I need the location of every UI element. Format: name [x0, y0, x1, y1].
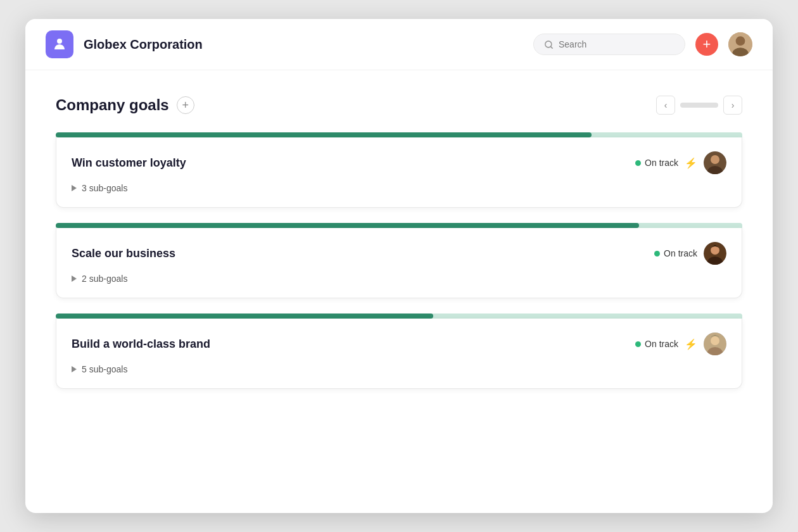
goal-card-2[interactable]: Scale our businessOn track2 sub-goals: [56, 228, 742, 298]
status-dot-1: [635, 160, 641, 166]
lightning-icon-1: ⚡: [685, 157, 697, 169]
section-header: Company goals + ‹ ›: [56, 96, 742, 115]
app-window: Globex Corporation + Company goals +: [25, 19, 773, 513]
status-text-2: On track: [664, 248, 697, 258]
search-bar[interactable]: [533, 34, 685, 55]
svg-point-7: [711, 155, 719, 164]
next-page-button[interactable]: ›: [723, 96, 742, 115]
progress-fill-2: [56, 223, 639, 228]
status-badge-1: On track: [635, 158, 678, 168]
svg-point-4: [736, 36, 745, 46]
main-content: Company goals + ‹ › Win customer loyalty…: [25, 70, 773, 513]
goal-meta-3: On track⚡: [635, 332, 726, 355]
status-badge-2: On track: [654, 248, 697, 258]
subgoals-row-2[interactable]: 2 sub-goals: [72, 274, 726, 284]
goal-card-wrap-1: Win customer loyaltyOn track⚡3 sub-goals: [56, 132, 742, 208]
user-avatar[interactable]: [728, 32, 752, 56]
goal-avatar-1[interactable]: [704, 151, 726, 174]
subgoals-label-1: 3 sub-goals: [82, 183, 127, 193]
goal-card-top-3: Build a world-class brandOn track⚡: [72, 332, 726, 355]
goal-avatar-3[interactable]: [704, 332, 726, 355]
search-icon: [544, 40, 554, 49]
prev-page-button[interactable]: ‹: [656, 96, 675, 115]
expand-icon-1: [72, 185, 77, 191]
progress-bar-container-2: [56, 223, 742, 228]
goal-title-1: Win customer loyalty: [72, 156, 186, 170]
goal-title-3: Build a world-class brand: [72, 338, 210, 351]
expand-icon-2: [72, 276, 77, 282]
goal-card-1[interactable]: Win customer loyaltyOn track⚡3 sub-goals: [56, 137, 742, 208]
add-button[interactable]: +: [695, 33, 718, 56]
goal-meta-1: On track⚡: [635, 151, 726, 174]
goal-card-top-1: Win customer loyaltyOn track⚡: [72, 151, 726, 174]
subgoals-row-1[interactable]: 3 sub-goals: [72, 183, 726, 193]
status-text-3: On track: [645, 339, 678, 349]
logo-icon: [46, 30, 73, 58]
section-title: Company goals: [56, 96, 169, 114]
progress-bar-container-1: [56, 132, 742, 137]
pagination-controls: ‹ ›: [656, 96, 742, 115]
svg-point-13: [711, 336, 719, 345]
progress-fill-3: [56, 314, 433, 319]
svg-point-0: [57, 39, 62, 44]
chevron-right-icon: ›: [732, 100, 735, 110]
header: Globex Corporation +: [25, 19, 773, 70]
svg-line-2: [550, 46, 552, 48]
company-name: Globex Corporation: [84, 37, 523, 52]
goal-avatar-2[interactable]: [704, 242, 726, 265]
expand-icon-3: [72, 366, 77, 372]
lightning-icon-3: ⚡: [685, 338, 697, 350]
subgoals-label-3: 5 sub-goals: [82, 364, 127, 374]
subgoals-label-2: 2 sub-goals: [82, 274, 127, 284]
goals-list: Win customer loyaltyOn track⚡3 sub-goals…: [56, 132, 742, 389]
goal-card-top-2: Scale our businessOn track: [72, 242, 726, 265]
subgoals-row-3[interactable]: 5 sub-goals: [72, 364, 726, 374]
status-dot-2: [654, 251, 660, 256]
progress-fill-1: [56, 132, 592, 137]
section-title-group: Company goals +: [56, 96, 194, 114]
goal-card-3[interactable]: Build a world-class brandOn track⚡5 sub-…: [56, 319, 742, 389]
goal-card-wrap-3: Build a world-class brandOn track⚡5 sub-…: [56, 314, 742, 389]
add-goal-button[interactable]: +: [177, 96, 194, 114]
goal-card-wrap-2: Scale our businessOn track2 sub-goals: [56, 223, 742, 298]
status-text-1: On track: [645, 158, 678, 168]
goal-title-2: Scale our business: [72, 247, 175, 260]
chevron-left-icon: ‹: [664, 100, 668, 110]
progress-bar-container-3: [56, 314, 742, 319]
search-input[interactable]: [559, 39, 674, 49]
page-indicator: [680, 103, 718, 108]
goal-meta-2: On track: [654, 242, 726, 265]
status-badge-3: On track: [635, 339, 678, 349]
status-dot-3: [635, 341, 641, 347]
